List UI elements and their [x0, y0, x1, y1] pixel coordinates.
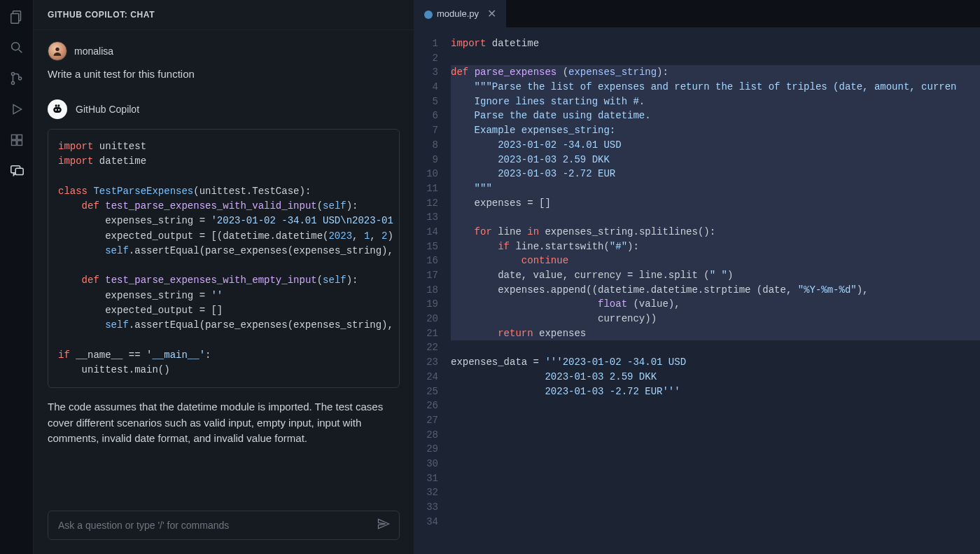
- svg-point-4: [11, 73, 14, 76]
- editor-tab[interactable]: module.py ✕: [414, 0, 507, 27]
- svg-line-3: [18, 50, 22, 53]
- chat-input-field[interactable]: [58, 520, 368, 531]
- user-avatar: [48, 41, 67, 61]
- user-message-header: monalisa: [48, 41, 400, 61]
- bot-explanation: The code assumes that the datetime modul…: [48, 399, 400, 447]
- svg-point-16: [55, 109, 57, 111]
- editor-tab-filename: module.py: [437, 8, 479, 19]
- bot-message-header: GitHub Copilot: [48, 99, 400, 119]
- svg-point-5: [11, 81, 14, 84]
- svg-point-6: [18, 77, 21, 80]
- copilot-avatar-icon: [48, 99, 67, 119]
- activity-bar: [0, 0, 34, 554]
- svg-rect-1: [10, 13, 18, 23]
- chat-body: monalisa Write a unit test for this func…: [34, 30, 414, 511]
- send-icon[interactable]: [377, 517, 391, 534]
- svg-rect-18: [55, 104, 57, 106]
- python-file-icon: [424, 11, 431, 18]
- svg-point-2: [11, 43, 19, 50]
- svg-point-17: [58, 109, 59, 111]
- svg-point-14: [55, 48, 59, 51]
- svg-rect-11: [17, 141, 22, 146]
- chat-input-container: [34, 511, 414, 554]
- svg-rect-20: [424, 11, 433, 19]
- editor-area: module.py ✕ 1234567891011121314151617181…: [414, 0, 980, 554]
- editor-tabs: module.py ✕: [414, 0, 980, 28]
- svg-marker-7: [13, 104, 22, 113]
- close-icon[interactable]: ✕: [487, 7, 496, 20]
- svg-rect-15: [53, 107, 62, 113]
- svg-rect-10: [11, 141, 16, 146]
- line-gutter: 1234567891011121314151617181920212223242…: [414, 36, 451, 554]
- svg-rect-9: [17, 135, 22, 140]
- chat-panel-title: GITHUB COPILOT: CHAT: [34, 0, 414, 30]
- search-icon[interactable]: [8, 39, 25, 56]
- code-area[interactable]: import datetime def parse_expenses (expe…: [451, 36, 980, 554]
- chat-input[interactable]: [48, 511, 400, 540]
- user-prompt: Write a unit test for this function: [48, 68, 400, 80]
- chat-icon[interactable]: [8, 162, 25, 179]
- editor-content[interactable]: 1234567891011121314151617181920212223242…: [414, 28, 980, 554]
- files-icon[interactable]: [8, 8, 25, 25]
- chat-panel: GITHUB COPILOT: CHAT monalisa Write a un…: [34, 0, 414, 554]
- svg-rect-19: [57, 104, 59, 106]
- git-icon[interactable]: [8, 70, 25, 87]
- bot-code-block: import unittest import datetime class Te…: [48, 129, 400, 388]
- run-icon[interactable]: [8, 101, 25, 118]
- extensions-icon[interactable]: [8, 132, 25, 148]
- bot-name: GitHub Copilot: [76, 104, 139, 115]
- svg-rect-13: [15, 168, 23, 174]
- user-name: monalisa: [74, 46, 113, 57]
- svg-rect-8: [11, 135, 16, 140]
